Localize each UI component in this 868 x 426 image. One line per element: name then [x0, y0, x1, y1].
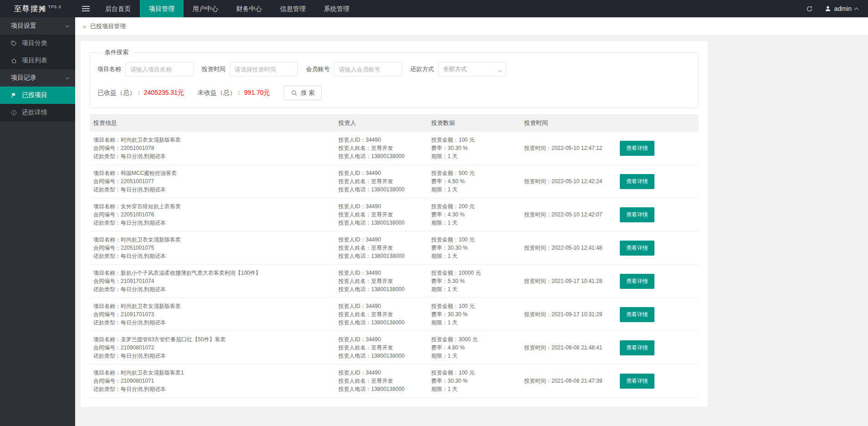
sidebar-menu: 项目设置项目分类项目列表项目记录已投项目还款详情	[0, 17, 75, 121]
sidebar-item-label: 已投项目	[22, 91, 47, 99]
search-field: 项目名称	[97, 62, 194, 77]
view-detail-button[interactable]: 查看详情	[620, 241, 654, 256]
view-detail-button[interactable]: 查看详情	[620, 340, 654, 355]
view-detail-button[interactable]: 查看详情	[620, 174, 654, 189]
investor-name: 投资人姓名：至尊开发	[338, 344, 424, 352]
nav-tabs: 后台首页项目管理用户中心财务中心信息管理系统管理	[96, 0, 358, 17]
view-detail-button[interactable]: 查看详情	[620, 207, 654, 222]
action-cell: 查看详情	[616, 132, 699, 165]
view-detail-button[interactable]: 查看详情	[620, 307, 654, 322]
invest-term: 期限：1 天	[431, 285, 517, 293]
invest-time: 投资时间：2021-09-17 10:31:29	[524, 310, 613, 318]
sidebar-toggle-icon[interactable]	[75, 0, 96, 17]
project-name-input[interactable]	[125, 62, 194, 77]
top-navbar: 至尊摆摊 TP5.3 后台首页项目管理用户中心财务中心信息管理系统管理 admi…	[0, 0, 868, 17]
stat: 未收益（总）：991.70元	[198, 89, 270, 97]
invest-time-cell: 投资时间：2021-09-08 21:48:41	[521, 331, 616, 364]
search-field: 会员账号	[306, 62, 402, 77]
investor-phone: 投资人电话：13800138000	[338, 219, 424, 227]
nav-item[interactable]: 后台首页	[96, 0, 140, 17]
invest-rate: 费率：30.30 %	[431, 144, 517, 152]
repay-method-select[interactable]: 全部方式	[438, 62, 506, 77]
main-content: » 已投项目管理 条件搜索 项目名称投资时间会员账号还款方式全部方式 已收益（总…	[75, 17, 868, 426]
username: admin	[834, 5, 852, 12]
invest-info-cell: 项目名称：时尚款卫衣女清新版客卖合同编号：21091701073还款类型：每日分…	[90, 298, 335, 331]
field-label: 项目名称	[97, 65, 121, 73]
sidebar-item[interactable]: 项目列表	[0, 52, 75, 69]
invest-rate: 费率：4.80 %	[431, 344, 517, 352]
nav-item[interactable]: 系统管理	[315, 0, 358, 17]
field-label: 还款方式	[410, 65, 434, 73]
refresh-icon[interactable]	[806, 5, 813, 12]
table-row: 项目名称：时尚款卫衣女清新版客卖1合同编号：21090801071还款类型：每日…	[90, 364, 699, 398]
select-value: 全部方式	[443, 65, 467, 73]
investor-phone: 投资人电话：13800138000	[338, 152, 424, 160]
investor-name: 投资人姓名：至尊开发	[338, 277, 424, 285]
table-row: 项目名称：女外穿百搭短款上衣客卖合同编号：22051001076还款类型：每日分…	[90, 198, 699, 231]
search-field: 投资时间	[202, 62, 298, 77]
search-fieldset: 条件搜索 项目名称投资时间会员账号还款方式全部方式 已收益（总）：2405235…	[90, 48, 699, 108]
app-version: TP5.3	[48, 5, 61, 9]
sidebar-item[interactable]: 还款详情	[0, 104, 75, 121]
member-account-input[interactable]	[334, 62, 402, 77]
invest-info-cell: 项目名称：圣罗兰圆管83方管烂番茄口红【50件】客卖合同编号：210908010…	[90, 331, 335, 364]
invest-amount: 投资金额：100 元	[431, 136, 517, 144]
nav-item[interactable]: 用户中心	[184, 0, 227, 17]
investor-cell: 投资人ID：34490投资人姓名：至尊开发投资人电话：13800138000	[335, 331, 428, 364]
nav-item[interactable]: 项目管理	[140, 0, 184, 17]
sidebar-item[interactable]: 项目设置	[0, 17, 75, 35]
investor-name: 投资人姓名：至尊开发	[338, 177, 424, 185]
stat-value: 2405235.31元	[144, 89, 184, 96]
nav-item[interactable]: 财务中心	[227, 0, 271, 17]
view-detail-button[interactable]: 查看详情	[620, 274, 654, 289]
contract-no: 合同编号：22051001075	[93, 244, 331, 252]
sidebar-item-label: 项目记录	[11, 74, 36, 82]
invest-time: 投资时间：2022-05-10 12:47:12	[524, 144, 613, 152]
table-row: 项目名称：韩国MCC蜜粉控油客卖合同编号：22051001077还款类型：每日分…	[90, 165, 699, 198]
invest-info-cell: 项目名称：时尚款卫衣女清新版客卖合同编号：22051001078还款类型：每日分…	[90, 132, 335, 165]
investor-id: 投资人ID：34490	[338, 136, 424, 144]
sidebar-item-label: 项目列表	[22, 56, 47, 65]
investor-cell: 投资人ID：34490投资人姓名：至尊开发投资人电话：13800138000	[335, 165, 428, 198]
sidebar-item[interactable]: 项目分类	[0, 35, 75, 52]
table-row: 项目名称：时尚款卫衣女清新版客卖合同编号：22051001075还款类型：每日分…	[90, 231, 699, 265]
invest-time-input[interactable]	[230, 62, 298, 77]
repay-type: 还款类型：每日分润,到期还本	[93, 185, 331, 194]
action-cell: 查看详情	[616, 298, 699, 331]
project-name: 项目名称：新款小个子风衣温柔收腰薄款气质大衣客卖利润【100件】	[93, 269, 331, 277]
search-button-label: 搜 索	[301, 89, 315, 97]
user-menu[interactable]: admin	[825, 5, 858, 12]
investor-id: 投资人ID：34490	[338, 269, 424, 277]
stats: 已收益（总）：2405235.31元未收益（总）：991.70元	[97, 89, 270, 97]
search-icon	[291, 90, 297, 96]
invest-term: 期限：1 天	[431, 252, 517, 260]
invest-amount: 投资金额：100 元	[431, 236, 517, 244]
field-label: 投资时间	[202, 65, 225, 73]
sidebar-item[interactable]: 项目记录	[0, 69, 75, 87]
invest-time: 投资时间：2021-09-08 21:48:41	[524, 344, 613, 352]
invest-time: 投资时间：2021-09-08 21:47:39	[524, 377, 613, 385]
search-field: 还款方式全部方式	[410, 62, 506, 77]
search-button[interactable]: 搜 索	[284, 86, 322, 100]
nav-item[interactable]: 信息管理	[271, 0, 315, 17]
invest-time-cell: 投资时间：2022-05-10 12:41:48	[521, 231, 616, 265]
invest-time: 投资时间：2022-05-10 12:42:07	[524, 210, 613, 219]
invest-time-cell: 投资时间：2021-09-17 10:41:28	[521, 265, 616, 298]
sidebar-item[interactable]: 已投项目	[0, 87, 75, 104]
view-detail-button[interactable]: 查看详情	[620, 374, 654, 389]
stat: 已收益（总）：2405235.31元	[97, 89, 184, 97]
project-name: 项目名称：时尚款卫衣女清新版客卖	[93, 136, 331, 144]
invest-info-cell: 项目名称：时尚款卫衣女清新版客卖合同编号：22051001075还款类型：每日分…	[90, 231, 335, 265]
contract-no: 合同编号：22051001077	[93, 177, 331, 185]
investor-id: 投资人ID：34490	[338, 169, 424, 177]
invest-amount: 投资金额：200 元	[431, 202, 517, 210]
stat-value: 991.70元	[244, 89, 270, 96]
table-row: 项目名称：时尚款卫衣女清新版客卖合同编号：22051001078还款类型：每日分…	[90, 132, 699, 165]
navbar-right: admin	[806, 0, 868, 17]
invest-term: 期限：1 天	[431, 318, 517, 327]
investor-name: 投资人姓名：至尊开发	[338, 310, 424, 318]
investor-cell: 投资人ID：34490投资人姓名：至尊开发投资人电话：13800138000	[335, 298, 428, 331]
project-name: 项目名称：韩国MCC蜜粉控油客卖	[93, 169, 331, 177]
view-detail-button[interactable]: 查看详情	[620, 141, 654, 156]
user-icon	[825, 5, 831, 12]
